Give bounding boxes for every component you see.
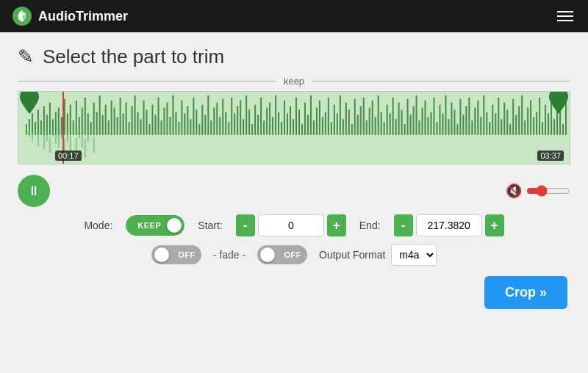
svg-rect-164 [495,113,496,134]
svg-rect-44 [143,101,145,135]
svg-rect-126 [384,122,385,135]
svg-rect-123 [375,117,376,135]
svg-rect-137 [416,95,417,135]
keep-line-right [312,81,570,82]
svg-rect-59 [187,106,188,135]
svg-rect-191 [32,131,33,142]
waveform-svg [18,92,570,164]
svg-rect-96 [295,98,297,135]
crop-button[interactable]: Crop » [484,276,567,309]
end-input[interactable] [416,214,482,236]
volume-icon: 🔇 [506,183,522,199]
svg-rect-34 [114,108,115,135]
svg-rect-115 [351,124,353,135]
svg-rect-57 [181,101,182,135]
svg-rect-66 [207,95,209,135]
svg-rect-139 [422,108,423,135]
svg-rect-40 [132,106,133,135]
svg-rect-10 [43,106,45,135]
svg-rect-35 [117,117,118,135]
hamburger-line-3 [557,20,573,21]
svg-rect-19 [70,105,71,135]
svg-rect-3 [21,13,26,14]
svg-rect-107 [328,98,329,135]
svg-rect-173 [521,95,523,135]
svg-rect-80 [248,110,250,135]
svg-rect-165 [498,98,499,135]
play-pause-button[interactable]: ⏸ [18,175,50,207]
bottom-row: Crop » [18,276,570,309]
start-input[interactable] [258,214,324,236]
fade-out-toggle[interactable]: OFF [257,245,307,264]
svg-rect-166 [501,119,502,135]
controls-row: ⏸ 🔇 [18,175,570,207]
start-minus-button[interactable]: - [236,214,255,236]
svg-rect-88 [272,117,273,135]
svg-rect-82 [254,105,256,135]
svg-rect-39 [129,122,130,135]
svg-rect-86 [266,108,268,135]
svg-rect-203 [67,131,68,142]
svg-rect-172 [518,106,520,135]
output-format-select[interactable]: mp3 m4a ogg wav flac [391,244,437,266]
keep-line-left [18,81,276,82]
page-title: Select the part to trim [43,46,224,68]
svg-rect-204 [70,136,71,151]
start-plus-button[interactable]: + [327,214,346,236]
fade-separator: - fade - [213,249,245,261]
svg-rect-163 [492,105,493,135]
svg-rect-52 [166,103,168,135]
svg-rect-113 [345,103,347,135]
marker-right[interactable] [549,91,568,117]
svg-rect-133 [404,124,406,135]
svg-rect-114 [348,110,350,135]
hamburger-button[interactable] [554,8,576,24]
marker-left[interactable] [20,91,39,117]
svg-rect-200 [58,134,60,148]
svg-rect-45 [146,110,148,135]
keep-label-row: keep [18,76,570,87]
svg-rect-121 [369,108,370,135]
svg-rect-102 [313,120,315,135]
svg-rect-63 [198,124,200,135]
svg-rect-17 [64,99,65,135]
fade-in-toggle[interactable]: OFF [151,245,201,264]
svg-rect-47 [152,105,154,135]
end-plus-button[interactable]: + [485,214,504,236]
svg-rect-195 [43,135,45,150]
end-label: End: [359,220,381,231]
svg-rect-145 [439,105,440,135]
svg-rect-32 [108,120,110,135]
svg-rect-87 [269,103,270,135]
svg-rect-199 [55,132,57,144]
svg-rect-106 [325,112,326,134]
svg-rect-28 [96,112,98,134]
logo-text: AudioTrimmer [38,9,128,24]
time-start-label: 00:17 [55,151,82,161]
svg-rect-100 [307,115,309,134]
svg-rect-146 [442,113,443,134]
svg-rect-65 [204,115,206,134]
svg-rect-209 [85,140,86,158]
svg-rect-179 [539,98,540,135]
svg-rect-171 [515,115,517,134]
svg-rect-118 [360,106,362,135]
svg-rect-190 [29,128,30,137]
svg-rect-143 [433,98,434,135]
svg-rect-119 [363,98,365,135]
start-label: Start: [198,220,222,231]
volume-slider[interactable] [526,185,570,197]
svg-rect-21 [76,101,77,135]
end-minus-button[interactable]: - [394,214,413,236]
hamburger-line-2 [557,15,573,17]
svg-rect-167 [503,103,505,135]
svg-rect-117 [357,115,359,134]
svg-rect-180 [542,122,543,135]
svg-rect-24 [85,98,86,135]
svg-rect-31 [105,105,107,135]
svg-rect-132 [401,110,403,135]
mode-toggle[interactable]: KEEP [126,215,184,236]
svg-rect-198 [52,128,54,137]
waveform-container[interactable]: 00:17 03:37 [18,91,570,164]
svg-rect-138 [419,120,420,135]
